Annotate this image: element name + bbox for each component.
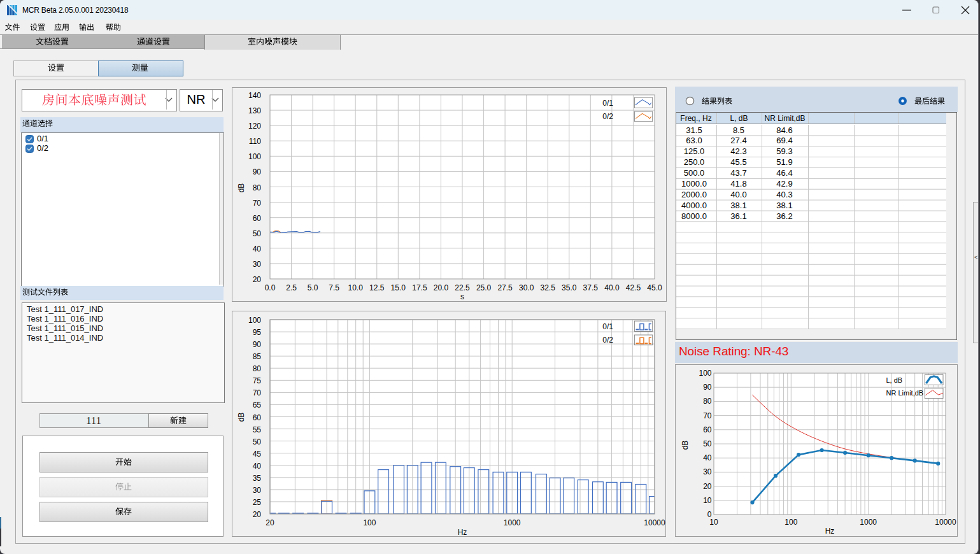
svg-text:43.7: 43.7 bbox=[730, 168, 746, 178]
svg-text:L, dB: L, dB bbox=[886, 376, 903, 384]
svg-text:NR Limit,dB: NR Limit,dB bbox=[764, 114, 805, 123]
svg-text:60: 60 bbox=[253, 214, 262, 223]
svg-text:38.1: 38.1 bbox=[730, 201, 746, 210]
svg-text:35.0: 35.0 bbox=[562, 283, 577, 292]
svg-text:38.1: 38.1 bbox=[776, 201, 792, 210]
svg-text:31.5: 31.5 bbox=[686, 125, 702, 135]
svg-text:100: 100 bbox=[363, 518, 376, 527]
svg-text:63.0: 63.0 bbox=[686, 136, 702, 145]
svg-text:40.0: 40.0 bbox=[604, 283, 620, 292]
svg-text:42.5: 42.5 bbox=[626, 283, 641, 292]
svg-text:30: 30 bbox=[253, 260, 262, 269]
svg-text:55: 55 bbox=[253, 425, 262, 434]
svg-text:500.0: 500.0 bbox=[684, 168, 705, 178]
svg-text:42.9: 42.9 bbox=[776, 179, 792, 188]
svg-text:32.5: 32.5 bbox=[541, 283, 556, 292]
svg-text:130: 130 bbox=[248, 106, 261, 115]
svg-text:45: 45 bbox=[253, 450, 262, 458]
svg-text:45.5: 45.5 bbox=[730, 157, 746, 167]
svg-text:2.5: 2.5 bbox=[286, 283, 297, 292]
svg-text:27.4: 27.4 bbox=[730, 136, 746, 145]
svg-text:95: 95 bbox=[253, 328, 262, 337]
svg-text:7.5: 7.5 bbox=[329, 283, 339, 292]
svg-text:40: 40 bbox=[253, 462, 262, 471]
svg-text:12.5: 12.5 bbox=[369, 283, 385, 292]
svg-text:70: 70 bbox=[253, 388, 262, 397]
svg-text:50: 50 bbox=[253, 437, 262, 446]
svg-text:90: 90 bbox=[253, 340, 262, 349]
svg-text:45.0: 45.0 bbox=[647, 283, 662, 292]
svg-text:1000: 1000 bbox=[504, 518, 521, 527]
svg-text:L, dB: L, dB bbox=[730, 114, 748, 123]
svg-text:0/2: 0/2 bbox=[602, 112, 613, 121]
svg-text:0.0: 0.0 bbox=[265, 283, 276, 292]
svg-text:20: 20 bbox=[253, 510, 262, 519]
svg-text:20.0: 20.0 bbox=[434, 283, 449, 292]
svg-text:35: 35 bbox=[253, 474, 262, 483]
svg-text:25: 25 bbox=[253, 498, 262, 507]
svg-text:110: 110 bbox=[249, 137, 261, 146]
svg-text:20: 20 bbox=[253, 275, 262, 284]
svg-text:5.0: 5.0 bbox=[308, 283, 318, 292]
svg-text:80: 80 bbox=[253, 364, 262, 373]
svg-text:30: 30 bbox=[703, 467, 712, 476]
svg-text:40.3: 40.3 bbox=[776, 190, 792, 199]
svg-text:80: 80 bbox=[253, 183, 262, 192]
svg-text:0/1: 0/1 bbox=[602, 99, 613, 108]
svg-text:10: 10 bbox=[703, 496, 712, 505]
svg-text:10000: 10000 bbox=[935, 518, 956, 527]
svg-text:10000: 10000 bbox=[644, 518, 665, 527]
svg-text:100: 100 bbox=[248, 316, 261, 325]
svg-text:50: 50 bbox=[703, 439, 712, 448]
svg-text:1000.0: 1000.0 bbox=[681, 179, 707, 188]
svg-text:70: 70 bbox=[253, 199, 262, 208]
svg-text:0/1: 0/1 bbox=[602, 322, 613, 331]
svg-text:85: 85 bbox=[253, 352, 262, 361]
svg-text:100: 100 bbox=[785, 518, 797, 527]
svg-text:15.0: 15.0 bbox=[391, 283, 406, 292]
svg-text:65: 65 bbox=[253, 401, 262, 409]
svg-text:NR Limit,dB: NR Limit,dB bbox=[886, 389, 924, 397]
svg-text:40: 40 bbox=[253, 245, 262, 253]
svg-text:4000.0: 4000.0 bbox=[681, 201, 707, 210]
svg-text:59.3: 59.3 bbox=[776, 146, 792, 156]
svg-text:42.3: 42.3 bbox=[730, 146, 746, 156]
svg-text:20: 20 bbox=[703, 482, 712, 491]
svg-text:75: 75 bbox=[253, 376, 262, 385]
svg-text:dB: dB bbox=[681, 441, 690, 450]
svg-text:120: 120 bbox=[248, 122, 261, 131]
svg-text:90: 90 bbox=[703, 383, 712, 392]
svg-text:30.0: 30.0 bbox=[519, 283, 534, 292]
svg-text:100: 100 bbox=[699, 369, 711, 378]
svg-text:36.2: 36.2 bbox=[776, 211, 792, 221]
svg-text:40.0: 40.0 bbox=[730, 190, 746, 199]
svg-text:10: 10 bbox=[709, 518, 718, 527]
svg-text:s: s bbox=[460, 292, 464, 301]
svg-text:60: 60 bbox=[703, 425, 712, 434]
svg-text:46.4: 46.4 bbox=[776, 168, 792, 178]
svg-text:41.8: 41.8 bbox=[730, 179, 746, 188]
svg-text:10.0: 10.0 bbox=[348, 283, 364, 292]
svg-text:84.6: 84.6 bbox=[776, 125, 792, 135]
svg-text:Hz: Hz bbox=[825, 527, 835, 536]
svg-text:250.0: 250.0 bbox=[684, 157, 705, 167]
svg-text:22.5: 22.5 bbox=[455, 283, 470, 292]
svg-text:100: 100 bbox=[248, 152, 261, 161]
svg-text:27.5: 27.5 bbox=[497, 283, 513, 292]
svg-text:8000.0: 8000.0 bbox=[681, 211, 707, 221]
svg-text:140: 140 bbox=[248, 91, 261, 100]
svg-text:25.0: 25.0 bbox=[476, 283, 492, 292]
svg-text:Hz: Hz bbox=[458, 528, 467, 537]
svg-text:37.5: 37.5 bbox=[583, 283, 599, 292]
svg-text:8.5: 8.5 bbox=[733, 125, 744, 135]
svg-text:60: 60 bbox=[253, 413, 262, 422]
svg-text:80: 80 bbox=[703, 397, 712, 406]
svg-text:90: 90 bbox=[253, 167, 262, 176]
svg-text:69.4: 69.4 bbox=[776, 136, 792, 145]
svg-text:50: 50 bbox=[253, 229, 262, 238]
svg-text:40: 40 bbox=[703, 453, 712, 462]
svg-text:Freq., Hz: Freq., Hz bbox=[680, 114, 711, 123]
svg-text:1000: 1000 bbox=[860, 518, 877, 527]
svg-text:30: 30 bbox=[253, 486, 262, 495]
svg-text:70: 70 bbox=[703, 411, 712, 420]
